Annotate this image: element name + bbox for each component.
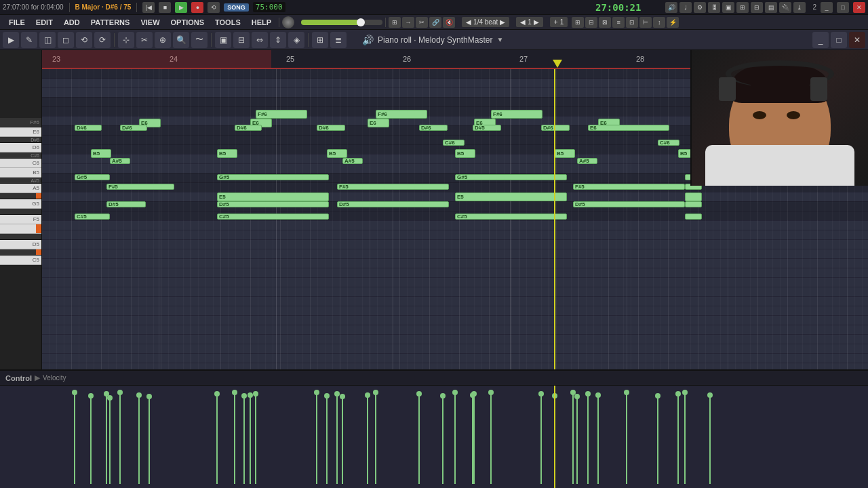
note-b5-3[interactable]: B5 [327,149,347,158]
rewind-btn[interactable]: |◀ [142,2,155,13]
tool-8[interactable]: ▤ [765,2,777,13]
note-ds5-2[interactable]: D#5 [217,201,329,207]
detuner-tool[interactable]: ⊕ [155,32,171,48]
note-b5-4[interactable]: B5 [455,149,475,158]
song-btn[interactable]: SONG [224,3,249,12]
key-e6[interactable]: E6 [0,127,41,137]
note-ds6-3[interactable]: D#6 [235,125,262,131]
note-ds5-4[interactable]: D#5 [573,201,685,207]
zoom-tool[interactable]: 🔍 [173,32,189,48]
note-as5-2[interactable]: A#5 [342,158,363,164]
chord-btn[interactable]: ⊟ [585,17,597,28]
note-ds6-5[interactable]: D#6 [419,125,448,131]
undo-tool[interactable]: ⟲ [76,32,92,48]
rand-btn[interactable]: ⚡ [667,17,679,28]
menu-options[interactable]: OPTIONS [166,17,210,28]
stutter-tool[interactable]: ≣ [330,32,347,48]
note-fs5-1[interactable]: F#5 [106,184,174,190]
select2-tool[interactable]: ⊟ [233,32,250,48]
close-btn[interactable]: ✕ [853,2,865,13]
note-gs5-2[interactable]: G#5 [217,174,329,180]
note-stub-5[interactable] [685,214,702,220]
flip-v-tool[interactable]: ⇕ [270,32,286,48]
key-cs6[interactable]: C#6 [0,152,41,159]
scissors-tool[interactable]: ✂ [136,32,153,48]
tool-10[interactable]: ⤓ [793,2,806,13]
note-f6-1[interactable]: F#6 [256,110,307,119]
key-ds5[interactable] [0,234,41,240]
note-b5-1[interactable]: B5 [91,149,111,158]
note-as5-3[interactable]: A#5 [577,158,597,164]
key-a5[interactable]: A5 [0,184,41,193]
key-d5[interactable]: D5 [0,240,41,249]
play-btn[interactable]: ▶ [175,2,187,13]
note-b5-2[interactable]: B5 [217,149,237,158]
key-e5[interactable] [0,224,41,234]
note-cs5-3[interactable]: C#5 [455,214,567,220]
note-cs5-1[interactable]: C#5 [75,214,110,220]
group-tool[interactable]: ▣ [215,32,231,48]
note-gs5-3[interactable]: G#5 [455,174,567,180]
pr-close[interactable]: ✕ [849,32,865,48]
key-g5[interactable]: G5 [0,199,41,209]
bpm-display[interactable]: 75:000 [253,2,285,12]
key-f5[interactable]: F5 [0,215,41,224]
note-ds5-3[interactable]: D#5 [337,201,449,207]
snap-btn[interactable]: ⊞ [389,17,401,28]
pr-maximize[interactable]: □ [831,32,847,48]
lim-btn[interactable]: ≡ [612,17,625,28]
tool-1[interactable]: 🔊 [665,2,677,13]
flip-btn[interactable]: ↕ [653,17,665,28]
control-content[interactable] [0,386,868,488]
note-e6-3[interactable]: E6 [368,119,389,127]
key-cs5[interactable] [0,249,41,256]
key-c6[interactable]: C6 [0,159,41,168]
eraser-tool[interactable]: ◻ [58,32,74,48]
menu-patterns[interactable]: PATTERNS [86,17,135,28]
pr-minimize[interactable]: _ [812,32,829,48]
note-ds6-6[interactable]: D#5 [473,125,501,131]
tool-3[interactable]: ⚙ [694,2,706,13]
tool-9[interactable]: 🔌 [779,2,791,13]
note-ds6-4[interactable]: D#6 [317,125,345,131]
chop-tool[interactable]: ⊞ [312,32,328,48]
key-ds6[interactable]: D#6 [0,137,41,143]
note-b5-5[interactable]: B5 [555,149,575,158]
note-f6-3[interactable]: F#6 [491,110,542,119]
note-as5-1[interactable]: A#5 [110,158,130,164]
master-vol-knob[interactable] [282,16,294,28]
flip-h-tool[interactable]: ⇔ [252,32,268,48]
wave-tool[interactable]: 〜 [191,32,208,48]
note-fs5-3[interactable]: F#5 [573,184,685,190]
note-grid-container[interactable]: 23 24 25 26 27 28 [42,50,868,369]
select-tool[interactable]: ⊹ [118,32,134,48]
key-gs5[interactable] [0,193,41,199]
menu-edit[interactable]: EDIT [31,17,58,28]
menu-help[interactable]: HELP [247,17,276,28]
tool-4[interactable]: 🎛 [708,2,720,13]
note-e5-1[interactable]: E5 [217,192,329,201]
control-arrow[interactable]: ▶ [35,373,40,382]
note-ds6-1[interactable]: D#6 [75,125,102,131]
strum-btn[interactable]: ⊢ [639,17,652,28]
key-f6[interactable]: F#6 [0,118,41,127]
menu-file[interactable]: FILE [4,17,30,28]
pr-arrow[interactable]: ▼ [496,36,503,43]
note-f6-2[interactable]: F#6 [376,110,427,119]
note-gs5-1[interactable]: G#5 [75,174,110,180]
menu-view[interactable]: VIEW [136,17,164,28]
minimize-btn[interactable]: _ [821,2,833,13]
tool-5[interactable]: ▣ [722,2,734,13]
pencil-tool[interactable]: ✎ [21,32,37,48]
redo-tool[interactable]: ⟳ [94,32,111,48]
maximize-btn[interactable]: □ [837,2,849,13]
note-ds6-2[interactable]: D#6 [120,125,147,131]
note-stub-4[interactable] [685,201,702,207]
note-ds5-1[interactable]: D#5 [106,201,146,207]
tool-2[interactable]: ♩ [679,2,692,13]
arrow-btn[interactable]: → [402,17,414,28]
note-cs6-1[interactable]: C#6 [443,140,465,146]
beat-value[interactable]: ◀ 1 ▶ [516,17,543,27]
note-cs5-2[interactable]: C#5 [217,214,329,220]
note-e5-2[interactable]: E5 [455,192,567,201]
